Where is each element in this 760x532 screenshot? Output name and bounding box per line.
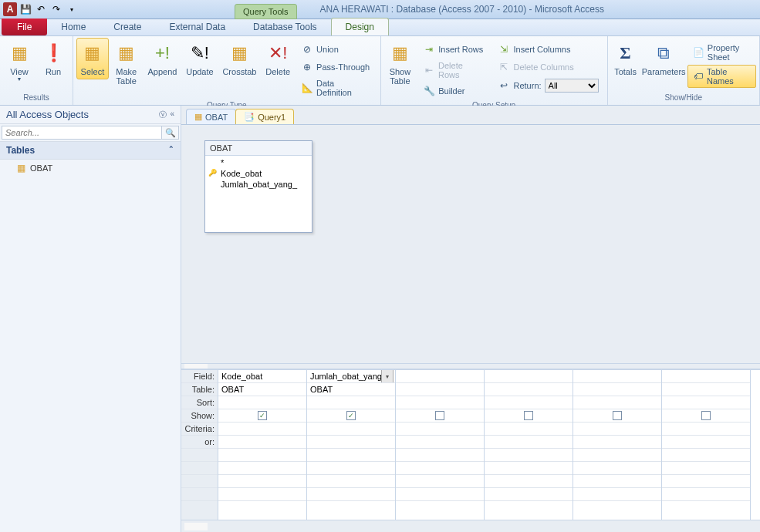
- cell-table[interactable]: [485, 383, 573, 396]
- table-names-button[interactable]: 🏷Table Names: [687, 65, 756, 88]
- cell-criteria[interactable]: [396, 423, 484, 436]
- cell-show[interactable]: [662, 409, 750, 423]
- cell-criteria[interactable]: [307, 423, 395, 436]
- cell-field[interactable]: [396, 370, 484, 383]
- search-icon[interactable]: 🔍: [162, 126, 179, 140]
- show-table-button[interactable]: ▦ Show Table: [384, 38, 417, 89]
- tab-external-data[interactable]: External Data: [155, 19, 239, 35]
- cell-or[interactable]: [662, 436, 750, 449]
- cell-show[interactable]: [396, 409, 484, 423]
- cell-table[interactable]: [396, 383, 484, 396]
- checkbox-icon[interactable]: ✓: [346, 411, 356, 420]
- nav-collapse-icon[interactable]: «: [170, 109, 174, 120]
- tab-file[interactable]: File: [2, 19, 47, 35]
- delete-rows-button: ⇤Delete Rows: [417, 59, 491, 82]
- field-star[interactable]: *: [208, 157, 309, 168]
- search-input[interactable]: [2, 126, 162, 140]
- undo-icon[interactable]: ↶: [34, 2, 48, 16]
- tab-design[interactable]: Design: [331, 18, 389, 35]
- grid-column[interactable]: [485, 370, 573, 520]
- cell-show[interactable]: [485, 409, 573, 423]
- return-control[interactable]: ↩ Return: All: [492, 76, 603, 95]
- tab-home[interactable]: Home: [47, 19, 100, 35]
- checkbox-icon[interactable]: ✓: [258, 411, 267, 420]
- cell-sort[interactable]: [485, 396, 573, 409]
- qat-dropdown-icon[interactable]: ▾: [65, 2, 79, 16]
- cell-field[interactable]: [485, 370, 573, 383]
- cell-table[interactable]: OBAT: [218, 383, 306, 396]
- property-sheet-button[interactable]: 📄Property Sheet: [687, 41, 756, 64]
- save-icon[interactable]: 💾: [19, 2, 32, 16]
- doc-tab-query1[interactable]: 📑 Query1: [235, 109, 294, 124]
- append-button[interactable]: +! Append: [144, 38, 181, 79]
- tab-create[interactable]: Create: [100, 19, 155, 35]
- nav-item-obat[interactable]: ▦ OBAT: [0, 160, 181, 177]
- select-icon: ▦: [80, 41, 105, 66]
- view-button[interactable]: ▦ View ▼: [3, 38, 35, 85]
- grid-column[interactable]: [662, 370, 751, 520]
- pass-through-button[interactable]: ⊕Pass-Through: [296, 59, 377, 76]
- insert-columns-button[interactable]: ⇲Insert Columns: [492, 41, 603, 58]
- update-button[interactable]: ✎! Update: [182, 38, 217, 79]
- cell-show[interactable]: ✓: [307, 409, 395, 423]
- horizontal-scrollbar[interactable]: [181, 520, 760, 532]
- cell-table[interactable]: [662, 383, 750, 396]
- cell-criteria[interactable]: [662, 423, 750, 436]
- cell-sort[interactable]: [662, 396, 750, 409]
- checkbox-icon[interactable]: [435, 411, 444, 420]
- grid-column[interactable]: [396, 370, 485, 520]
- grid-column[interactable]: [573, 370, 662, 520]
- union-button[interactable]: ⊘Union: [296, 41, 377, 58]
- return-select[interactable]: All: [545, 79, 599, 93]
- cell-show[interactable]: ✓: [218, 409, 306, 423]
- select-button[interactable]: ▦ Select: [76, 38, 109, 79]
- redo-icon[interactable]: ↷: [49, 2, 63, 16]
- cell-table[interactable]: OBAT: [307, 383, 395, 396]
- make-table-button[interactable]: ▦ Make Table: [110, 38, 143, 89]
- splitter[interactable]: [181, 363, 760, 369]
- nav-header[interactable]: All Access Objects ⓥ «: [0, 106, 181, 124]
- parameters-button[interactable]: ⧉ Parameters: [642, 38, 686, 79]
- cell-field[interactable]: [573, 370, 661, 383]
- nav-section-tables[interactable]: Tables ⌃: [0, 142, 181, 160]
- cell-criteria[interactable]: [573, 423, 661, 436]
- nav-dropdown-icon[interactable]: ⓥ: [159, 109, 167, 120]
- cell-show[interactable]: [573, 409, 661, 423]
- cell-field[interactable]: Kode_obat: [218, 370, 306, 383]
- checkbox-icon[interactable]: [701, 411, 711, 420]
- grid-column[interactable]: Jumlah_obat_yang_diOBAT✓: [307, 370, 396, 520]
- cell-or[interactable]: [485, 436, 573, 449]
- cell-criteria[interactable]: [218, 423, 306, 436]
- totals-button[interactable]: Σ Totals: [611, 38, 640, 79]
- crosstab-button[interactable]: ▦ Crosstab: [219, 38, 261, 79]
- cell-criteria[interactable]: [485, 423, 573, 436]
- cell-sort[interactable]: [307, 396, 395, 409]
- tab-database-tools[interactable]: Database Tools: [239, 19, 331, 35]
- cell-or[interactable]: [307, 436, 395, 449]
- grid-column[interactable]: Kode_obatOBAT✓: [218, 370, 307, 520]
- query-design-surface[interactable]: OBAT * Kode_obat Jumlah_obat_yang_: [181, 124, 760, 363]
- cell-field[interactable]: Jumlah_obat_yang_di: [307, 370, 395, 383]
- table-box-obat[interactable]: OBAT * Kode_obat Jumlah_obat_yang_: [204, 140, 312, 233]
- app-icon[interactable]: A: [3, 2, 17, 16]
- cell-or[interactable]: [573, 436, 661, 449]
- run-button[interactable]: ❗ Run: [37, 38, 69, 79]
- cell-or[interactable]: [396, 436, 484, 449]
- cell-sort[interactable]: [573, 396, 661, 409]
- field-kode-obat[interactable]: Kode_obat: [208, 168, 309, 179]
- data-definition-button[interactable]: 📐Data Definition: [296, 76, 377, 99]
- cell-field[interactable]: [662, 370, 750, 383]
- insert-rows-button[interactable]: ⇥Insert Rows: [417, 41, 491, 58]
- main-area: ▦ OBAT 📑 Query1 OBAT * Kode_obat Jumlah_…: [181, 106, 760, 532]
- delete-button[interactable]: ✕! Delete: [262, 38, 294, 79]
- cell-or[interactable]: [218, 436, 306, 449]
- cell-table[interactable]: [573, 383, 661, 396]
- checkbox-icon[interactable]: [524, 411, 533, 420]
- cell-sort[interactable]: [218, 396, 306, 409]
- builder-button[interactable]: 🔧Builder: [417, 82, 491, 99]
- cell-sort[interactable]: [396, 396, 484, 409]
- doc-tab-obat[interactable]: ▦ OBAT: [186, 109, 236, 124]
- collapse-icon: ⌃: [168, 145, 174, 156]
- checkbox-icon[interactable]: [613, 411, 622, 420]
- field-jumlah-obat[interactable]: Jumlah_obat_yang_: [208, 179, 309, 190]
